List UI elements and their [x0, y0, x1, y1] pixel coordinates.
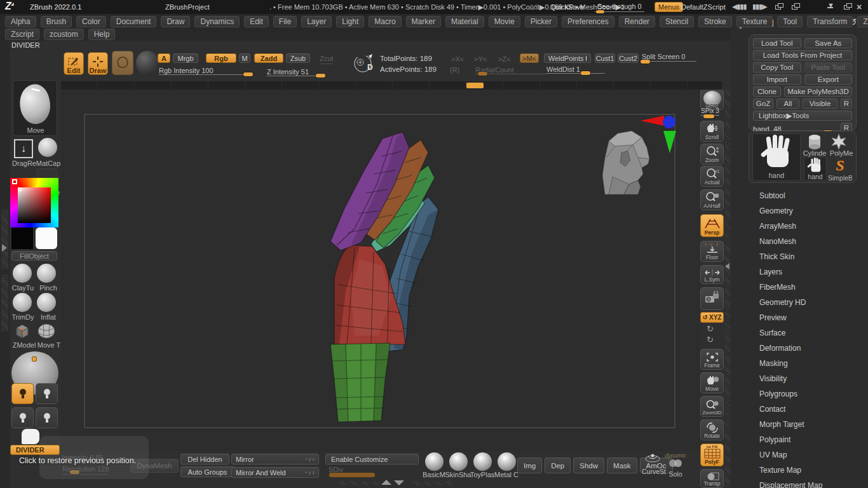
aahalf-button[interactable]: AAHalf	[700, 189, 724, 210]
axis-x-arrow-icon[interactable]	[641, 116, 664, 126]
weld-dist-handle[interactable]	[581, 71, 590, 75]
menu-item[interactable]: Marker	[406, 16, 441, 27]
m-toggle[interactable]: M	[239, 53, 250, 63]
menu-item[interactable]: Light	[336, 16, 364, 27]
subpalette-header[interactable]: Polypaint	[731, 432, 868, 447]
z-intensity-slider[interactable]: Z Intensity 51	[267, 68, 309, 76]
menu-item[interactable]: Zscript	[5, 29, 39, 40]
subpalette-header[interactable]: Geometry	[731, 203, 868, 219]
active-tool-thumb[interactable]: hand	[752, 133, 801, 181]
canvas-hscroll-right[interactable]	[409, 481, 452, 485]
menu-item[interactable]: Dynamics	[194, 16, 240, 27]
goz-button[interactable]: GoZ	[753, 98, 773, 109]
tool-thumb-simplebrush[interactable]: S SimpleB	[828, 157, 852, 181]
head-model[interactable]	[602, 131, 649, 194]
axis-z-dot-icon[interactable]	[663, 116, 675, 128]
subpalette-header[interactable]: Visibility	[731, 371, 868, 386]
brush-zmodeler[interactable]	[13, 322, 32, 340]
scroll-button[interactable]: Scroll	[700, 121, 724, 142]
menu-item[interactable]: Zplugin	[857, 16, 868, 27]
rgb-toggle[interactable]: Rgb	[206, 53, 236, 63]
right-tray-arrow-icon[interactable]	[725, 263, 729, 269]
divider-label[interactable]: DIVIDER	[11, 41, 40, 49]
mirror-x-toggle[interactable]: >X<	[451, 55, 464, 63]
radial-count-handle[interactable]	[478, 72, 487, 76]
zcut-toggle[interactable]: Zcut	[320, 55, 333, 64]
menu-item[interactable]: File	[273, 16, 297, 27]
mirror-m-toggle[interactable]: >M<	[520, 53, 539, 63]
zadd-toggle[interactable]: Zadd	[254, 53, 283, 63]
main-color-swatch[interactable]	[36, 227, 57, 249]
hand-model[interactable]	[330, 132, 438, 422]
current-material-sphere[interactable]	[136, 51, 159, 75]
canvas-hscroll-left[interactable]	[336, 481, 379, 485]
alpha-thumbnail[interactable]	[22, 429, 39, 444]
current-brush-button[interactable]	[112, 51, 133, 75]
import-button[interactable]: Import	[753, 74, 801, 85]
brush-preview[interactable]: Move	[13, 80, 57, 136]
local-pivot-button[interactable]	[700, 287, 724, 310]
timeline-marker[interactable]	[466, 83, 484, 88]
subpalette-header[interactable]: FiberMesh	[731, 280, 868, 295]
quicksave-button[interactable]: QuickSave	[550, 3, 584, 11]
rgb-intensity-slider[interactable]: Rgb Intensity 100	[159, 67, 214, 74]
frame-button[interactable]: Frame	[700, 349, 724, 370]
see-through-handle[interactable]	[596, 10, 604, 13]
menu-item[interactable]: Movie	[489, 16, 520, 27]
paste-tool-button[interactable]: Paste Tool	[804, 62, 853, 72]
subpalette-header[interactable]: Deformation	[731, 341, 868, 356]
brush-inflat[interactable]	[37, 293, 56, 312]
actual-button[interactable]: x1 Actual	[700, 166, 724, 187]
polyframe-button[interactable]: ne Fill PolyF	[700, 444, 724, 466]
all-button[interactable]: All	[776, 98, 799, 109]
subpalette-header[interactable]: Masking	[731, 356, 868, 371]
spix-handle[interactable]	[703, 114, 714, 118]
load-tool-button[interactable]: Load Tool	[753, 38, 801, 48]
menu-item[interactable]: Edit	[244, 16, 269, 27]
split-screen-handle[interactable]	[641, 60, 650, 64]
menu-item[interactable]: Draw	[161, 16, 190, 27]
z-intensity-handle[interactable]	[316, 74, 325, 78]
tool-thumb-hand-small[interactable]: hand	[804, 157, 827, 181]
minimize-icon[interactable]: ▼	[827, 1, 834, 9]
draw-button[interactable]: Draw	[88, 52, 108, 75]
a-toggle[interactable]: A	[158, 53, 170, 63]
weld-dist-track[interactable]	[546, 73, 605, 74]
menu-item[interactable]: Transform	[807, 16, 853, 27]
brush-claytubes[interactable]	[13, 264, 32, 283]
menu-item[interactable]: Stencil	[660, 16, 694, 27]
tool-thumb-cylinder[interactable]	[804, 133, 828, 150]
next-doc-icon[interactable]	[792, 3, 800, 10]
menu-item[interactable]: Document	[111, 16, 157, 27]
brush-move-topo[interactable]	[37, 322, 56, 340]
menu-item[interactable]: Render	[619, 16, 655, 27]
mirror-z-toggle[interactable]: >Z<	[498, 55, 511, 63]
export-button[interactable]: Export	[804, 74, 853, 85]
subpalette-header[interactable]: UV Map	[731, 447, 868, 463]
edit-button[interactable]: Edit	[64, 52, 84, 75]
menu-item[interactable]: Picker	[525, 16, 557, 27]
xyz-rotation-button[interactable]: ↺ XYZ	[700, 312, 724, 323]
light-3-toggle[interactable]	[11, 407, 34, 428]
left-divider-handle[interactable]	[1, 210, 8, 269]
brush-pinch[interactable]	[37, 264, 56, 283]
left-tray-icon[interactable]: ◀▮▮▮	[732, 3, 747, 11]
scroll-up-arrow-icon[interactable]	[381, 480, 391, 485]
menus-button[interactable]: Menus	[654, 2, 683, 12]
restore-window-icon[interactable]	[844, 3, 852, 10]
subpalette-header[interactable]: Layers	[731, 264, 868, 280]
matcap-picker[interactable]	[38, 138, 57, 157]
secondary-color-swatch[interactable]	[11, 227, 33, 249]
stroke-picker[interactable]: ↓	[14, 139, 33, 158]
menu-item[interactable]: Tool	[777, 16, 803, 27]
z-rotation-icon[interactable]: ↻	[707, 335, 714, 344]
cust2-button[interactable]: Cust2	[618, 53, 639, 63]
floor-button[interactable]: x y z Floor	[700, 241, 724, 262]
color-picker-marker[interactable]	[12, 179, 17, 184]
canvas-scene[interactable]	[61, 81, 700, 480]
light-2-toggle[interactable]	[36, 383, 58, 404]
subpalette-header[interactable]: Thick Skin	[731, 249, 868, 264]
subpalette-header[interactable]: Contact	[731, 402, 868, 417]
zoom3d-button[interactable]: Zoom3D	[700, 396, 724, 417]
cust1-button[interactable]: Cust1	[595, 53, 615, 63]
